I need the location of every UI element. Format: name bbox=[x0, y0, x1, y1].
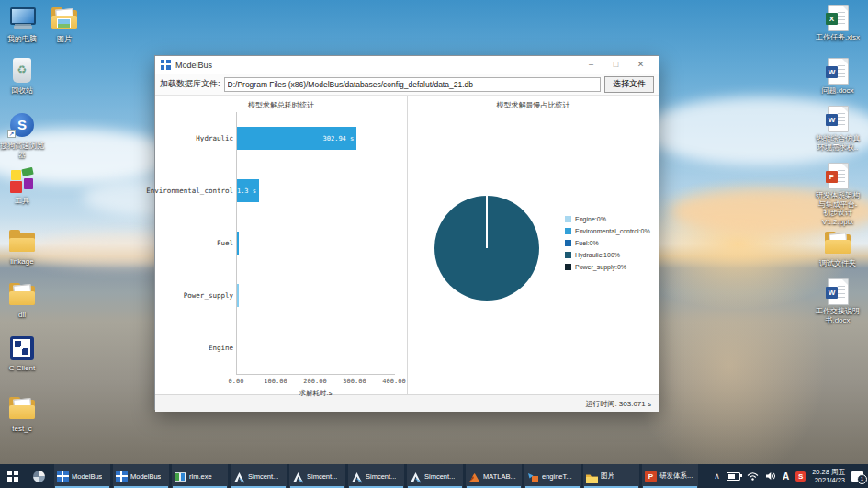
runtime-text: 运行时间: 303.071 s bbox=[585, 399, 651, 409]
notification-badge: 1 bbox=[857, 474, 867, 484]
desktop-icon-thermal-sim-docx[interactable]: W热能综合仿真 环境需求权.. bbox=[810, 105, 865, 152]
tray-expand-icon[interactable]: ∧ bbox=[714, 472, 720, 481]
wifi-icon[interactable] bbox=[747, 471, 759, 481]
rlm-icon bbox=[175, 472, 186, 482]
folder-open-icon bbox=[6, 281, 38, 309]
desktop-icon-label: test_c bbox=[0, 425, 44, 434]
taskbar-button-0-modelbus[interactable]: ModelBus bbox=[54, 464, 110, 488]
desktop-icon-questions-docx[interactable]: W问题.docx bbox=[810, 57, 865, 96]
close-button[interactable]: ✕ bbox=[628, 56, 653, 74]
legend-item: Power_supply:0% bbox=[565, 261, 650, 273]
bar-category-label: Fuel bbox=[155, 217, 233, 269]
bar-environmental_control: 1.3 s bbox=[237, 179, 259, 202]
desktop-icon-work-tasks-xlsx[interactable]: X工作任务.xlsx bbox=[810, 4, 865, 42]
ime-indicator[interactable]: A bbox=[783, 471, 789, 482]
desktop-icon-label: 调试文件夹 bbox=[810, 259, 865, 268]
x-tick-label: 0.00 bbox=[218, 378, 254, 385]
taskbar-clock[interactable]: 20:28 周五 2021/4/23 bbox=[812, 468, 845, 484]
desktop-icon-linkage-folder[interactable]: linkage bbox=[0, 228, 44, 267]
bar-x-axis bbox=[236, 374, 395, 375]
bar-category-label: Environmental_control bbox=[155, 165, 233, 217]
x-tick-label: 400.00 bbox=[376, 378, 412, 385]
status-bar: 运行时间: 303.071 s bbox=[155, 394, 659, 412]
desktop-icon-recycle-bin[interactable]: ♻回收站 bbox=[0, 57, 44, 96]
recycle-icon: ♻ bbox=[6, 57, 38, 85]
bar-value-label: 302.94 s bbox=[323, 135, 357, 142]
sogou-tray-icon[interactable]: S bbox=[795, 471, 806, 482]
word-icon: W bbox=[822, 57, 853, 85]
modelbus-app-icon bbox=[161, 60, 171, 70]
taskbar-button-2-rlm[interactable]: rlm.exe bbox=[172, 464, 228, 488]
volume-icon[interactable] bbox=[765, 471, 776, 481]
db-path-input[interactable] bbox=[224, 77, 601, 92]
desktop-icon-c-client[interactable]: C Client bbox=[0, 335, 44, 373]
legend-swatch bbox=[565, 216, 571, 222]
task-buttons: ModelBusModelBusrlm.exeSimcent...Simcent… bbox=[51, 464, 698, 488]
desktop-icon-label: 工作任务.xlsx bbox=[810, 33, 865, 42]
desktop-icon-test-c-folder[interactable]: test_c bbox=[0, 395, 44, 434]
desktop-icon-label: C Client bbox=[0, 364, 44, 373]
bar-chart-panel: 模型求解总耗时统计 Hydraulic302.94 sEnvironmental… bbox=[155, 96, 408, 394]
legend-item: Environmental_control:0% bbox=[565, 225, 650, 237]
window-titlebar[interactable]: ModelBus – □ ✕ bbox=[155, 56, 659, 74]
x-tick-label: 100.00 bbox=[257, 378, 294, 385]
simcenter-icon bbox=[410, 471, 422, 482]
word-icon: W bbox=[822, 105, 853, 132]
desktop-icon-label: 搜狗高速浏览 器 bbox=[0, 142, 44, 159]
taskbar-button-4-simcenter[interactable]: Simcent... bbox=[289, 464, 345, 488]
minimize-button[interactable]: – bbox=[579, 56, 603, 74]
legend-swatch bbox=[565, 252, 571, 258]
taskbar-button-label: rlm.exe bbox=[189, 472, 212, 481]
pie-slice-boundary bbox=[486, 196, 488, 248]
taskbar-button-8-enginet[interactable]: engineT... bbox=[524, 464, 581, 488]
taskbar: ModelBusModelBusrlm.exeSimcent...Simcent… bbox=[0, 464, 868, 488]
taskbar-button-label: engineT... bbox=[542, 472, 572, 481]
maximize-button[interactable]: □ bbox=[603, 56, 628, 74]
pie-chart-panel: 模型求解最慢占比统计 Engine:0%Environmental_contro… bbox=[408, 96, 659, 394]
modelbus-icon bbox=[57, 471, 69, 482]
desktop-icon-pictures-folder[interactable]: 图片 bbox=[42, 6, 86, 44]
notification-center-icon[interactable]: 1 bbox=[851, 471, 863, 482]
battery-icon[interactable] bbox=[727, 472, 740, 481]
bar-category-label: Hydraulic bbox=[155, 112, 233, 165]
ppt-icon: P bbox=[645, 471, 657, 482]
bar-category-label: Engine bbox=[155, 322, 233, 374]
pinwheel-button[interactable] bbox=[26, 464, 51, 488]
bar-power_supply bbox=[237, 284, 239, 307]
taskbar-button-7-matlab[interactable]: MATLAB... bbox=[466, 464, 522, 488]
legend-swatch bbox=[565, 264, 571, 270]
clock-time: 20:28 周五 bbox=[812, 468, 845, 476]
pie-chart-title: 模型求解最慢占比统计 bbox=[408, 100, 659, 110]
desktop-icon-tools[interactable]: 工具 bbox=[0, 167, 44, 206]
folder-open-icon bbox=[822, 230, 853, 257]
blocks-icon bbox=[6, 167, 38, 195]
start-button[interactable] bbox=[0, 464, 26, 488]
window-content: 模型求解总耗时统计 Hydraulic302.94 sEnvironmental… bbox=[155, 96, 659, 394]
desktop-icon-label: 问题.docx bbox=[810, 86, 865, 96]
x-tick-label: 300.00 bbox=[336, 378, 373, 385]
sogou-icon: S↗ bbox=[6, 112, 38, 140]
desktop-icon-label: 工具 bbox=[0, 197, 44, 206]
choose-file-button[interactable]: 选择文件 bbox=[604, 76, 654, 93]
taskbar-button-1-modelbus[interactable]: ModelBus bbox=[113, 464, 169, 488]
load-db-label: 加载数据库文件: bbox=[160, 78, 220, 90]
bar-value-label: 1.3 s bbox=[237, 187, 259, 195]
desktop-icon-rd-architecture-pptx[interactable]: P研发体系架构 与集成平台- 初步设计 V1.2.pptx bbox=[810, 162, 865, 226]
legend-item: Fuel:0% bbox=[565, 237, 650, 249]
desktop-icon-handover-docx[interactable]: W工作交接说明 书.docx bbox=[810, 278, 865, 324]
desktop-icon-dll-folder[interactable]: dll bbox=[0, 281, 44, 320]
desktop-icon-label: 研发体系架构 与集成平台- 初步设计 V1.2.pptx bbox=[810, 191, 865, 226]
taskbar-button-3-simcenter[interactable]: Simcent... bbox=[231, 464, 287, 488]
pinwheel-icon bbox=[33, 471, 45, 482]
desktop-icon-sogou-browser[interactable]: S↗搜狗高速浏览 器 bbox=[0, 112, 44, 159]
enginet-icon bbox=[527, 471, 539, 482]
desktop-icon-label: 工作交接说明 书.docx bbox=[810, 307, 865, 324]
simcenter-icon bbox=[351, 471, 363, 482]
desktop-icon-debug-folder[interactable]: 调试文件夹 bbox=[810, 230, 865, 268]
taskbar-button-5-simcenter[interactable]: Simcent... bbox=[348, 464, 404, 488]
taskbar-button-6-simcenter[interactable]: Simcent... bbox=[407, 464, 463, 488]
taskbar-button-9-folder[interactable]: 图片 bbox=[583, 464, 639, 488]
desktop-icon-my-computer[interactable]: 我的电脑 bbox=[0, 6, 44, 44]
taskbar-button-10-ppt[interactable]: P研发体系... bbox=[642, 464, 698, 488]
word-icon: W bbox=[822, 278, 853, 305]
